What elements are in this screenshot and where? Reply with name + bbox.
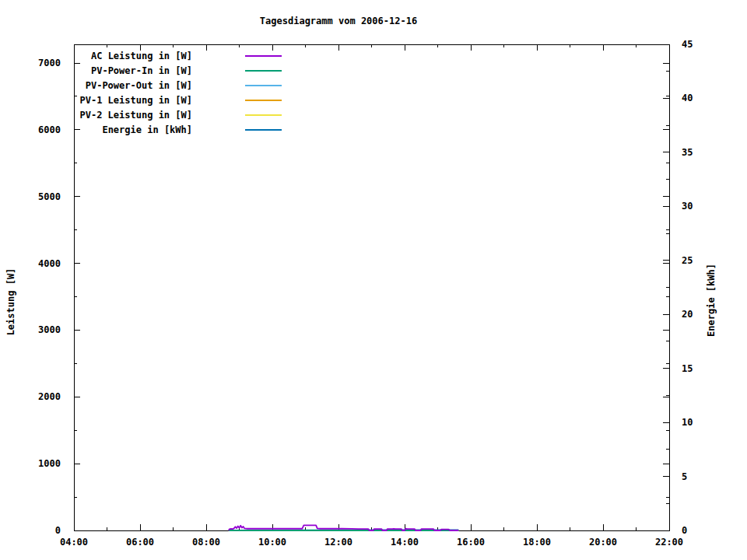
- legend-label: Energie in [kWh]: [102, 124, 192, 135]
- y-right-tick-label: 35: [682, 147, 693, 158]
- y-right-tick-label: 20: [682, 309, 693, 320]
- legend-label: PV-1 Leistung in [W]: [80, 95, 193, 106]
- legend-label: PV-2 Leistung in [W]: [80, 110, 193, 121]
- x-tick-label: 22:00: [655, 537, 683, 548]
- y-left-tick-label: 7000: [38, 58, 61, 68]
- y-right-tick-label: 5: [682, 471, 687, 482]
- x-tick-label: 18:00: [523, 537, 551, 548]
- x-tick-label: 16:00: [457, 537, 485, 548]
- x-tick-label: 04:00: [60, 537, 88, 548]
- plot-area: 04:0006:0008:0010:0012:0014:0016:0018:00…: [0, 0, 747, 560]
- y-right-tick-label: 40: [682, 93, 693, 103]
- y-right-tick-label: 30: [682, 201, 693, 212]
- y-right-tick-label: 45: [682, 39, 693, 50]
- y-left-tick-label: 5000: [38, 191, 61, 202]
- x-tick-label: 10:00: [258, 537, 286, 548]
- legend-label: PV-Power-Out in [W]: [86, 80, 192, 91]
- legend-label: PV-Power-In in [W]: [91, 65, 192, 76]
- x-tick-label: 08:00: [192, 537, 220, 548]
- x-tick-label: 12:00: [324, 537, 352, 548]
- y-right-tick-label: 0: [682, 525, 687, 536]
- y-left-tick-label: 3000: [38, 324, 61, 335]
- legend-label: AC Leistung in [W]: [91, 51, 192, 61]
- y-left-tick-label: 4000: [38, 258, 61, 269]
- x-tick-label: 20:00: [589, 537, 617, 548]
- y-left-tick-label: 0: [55, 525, 61, 536]
- y-right-tick-label: 25: [682, 255, 693, 266]
- y-left-tick-label: 1000: [38, 458, 61, 469]
- x-tick-label: 14:00: [391, 537, 419, 548]
- y-left-tick-label: 2000: [38, 391, 61, 402]
- y-left-tick-label: 6000: [38, 124, 61, 135]
- chart-canvas: Tagesdiagramm vom 2006-12-16 Leistung [W…: [0, 0, 747, 560]
- y-right-tick-label: 15: [682, 363, 693, 374]
- y-right-tick-label: 10: [682, 417, 693, 428]
- x-tick-label: 06:00: [126, 537, 154, 548]
